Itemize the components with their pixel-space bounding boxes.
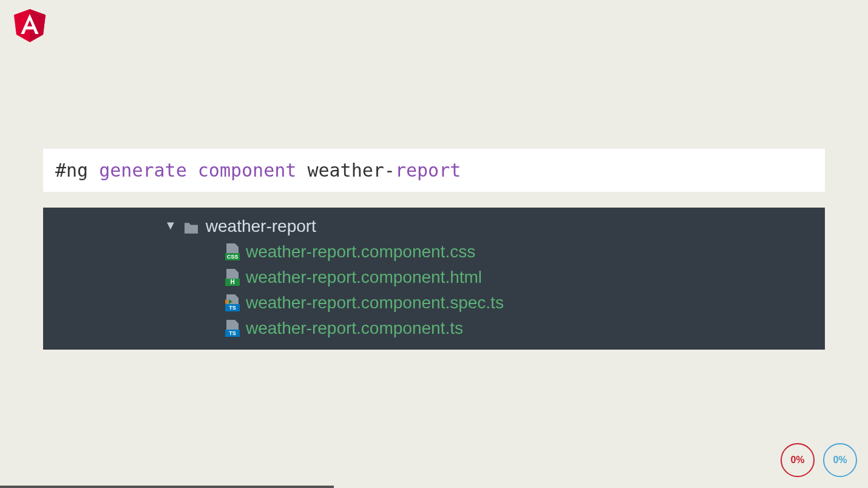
file-name: weather-report.component.html <box>246 268 482 287</box>
tree-file-row[interactable]: CSS weather-report.component.css <box>43 239 825 265</box>
svg-text:TS: TS <box>229 330 236 336</box>
file-name: weather-report.component.ts <box>246 319 463 338</box>
progress-circle-blue: 0% <box>823 443 857 477</box>
progress-circle-red: 0% <box>781 443 815 477</box>
file-name: weather-report.component.css <box>246 242 475 262</box>
folder-name: weather-report <box>206 217 316 236</box>
file-tree-panel: ▼ weather-report CSS weather-report.comp… <box>43 208 825 350</box>
folder-icon <box>183 220 200 233</box>
svg-text:H: H <box>230 279 234 285</box>
angular-logo-icon <box>11 5 49 45</box>
svg-text:TS: TS <box>229 305 236 311</box>
ts-spec-file-icon: TS <box>225 294 240 311</box>
command-component: component <box>198 160 297 181</box>
command-prefix: #ng <box>55 160 99 181</box>
chevron-down-icon[interactable]: ▼ <box>164 219 177 232</box>
bottom-scrollbar[interactable] <box>0 486 334 488</box>
command-generate: generate <box>99 160 187 181</box>
svg-text:CSS: CSS <box>227 254 239 260</box>
tree-file-row[interactable]: H weather-report.component.html <box>43 265 825 290</box>
file-name: weather-report.component.spec.ts <box>246 293 504 313</box>
tree-file-row[interactable]: TS weather-report.component.ts <box>43 316 825 341</box>
command-arg-part2: report <box>395 160 461 181</box>
command-line: #ng generate component weather-report <box>43 149 825 192</box>
tree-file-row[interactable]: TS weather-report.component.spec.ts <box>43 290 825 316</box>
command-arg-part1: weather- <box>307 160 395 181</box>
css-file-icon: CSS <box>225 243 240 260</box>
progress-indicators: 0% 0% <box>781 443 857 477</box>
tree-folder-row[interactable]: ▼ weather-report <box>43 214 825 239</box>
ts-file-icon: TS <box>225 320 240 337</box>
slide-content: #ng generate component weather-report ▼ … <box>43 149 825 350</box>
html-file-icon: H <box>225 269 240 286</box>
